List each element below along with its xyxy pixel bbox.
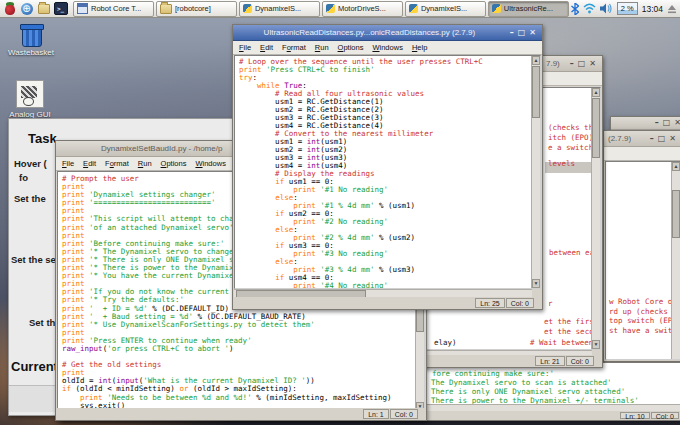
text-fragment: fo <box>19 172 28 183</box>
vertical-scrollbar[interactable]: ▲ <box>671 162 680 359</box>
window-icon <box>77 3 88 14</box>
text-fragment: rd up (checks t <box>609 307 677 316</box>
code-area[interactable]: # Loop over the sequence until the user … <box>239 58 530 289</box>
menu-run[interactable]: Run <box>138 159 152 168</box>
browser-launcher[interactable]: ⊕ <box>19 1 34 16</box>
editor-content[interactable]: # Loop over the sequence until the user … <box>234 55 541 289</box>
window-title: (2.7.9) <box>604 134 646 143</box>
code-line: print '* Use DynamixelScanForSettings.py… <box>62 321 414 329</box>
vertical-scrollbar[interactable]: ▲ ▼ <box>591 88 600 349</box>
text-fragment: fore continuing make sure:' <box>432 369 554 378</box>
volume-icon[interactable] <box>600 3 613 14</box>
taskbar-button-label: MotorDriveS... <box>338 4 386 13</box>
title-bar[interactable]: (2.7.9) – □ ✕ <box>604 131 680 147</box>
taskbar-button-label: UltrasonicRe... <box>504 4 553 13</box>
cpu-monitor[interactable]: 2 % <box>617 2 638 15</box>
file-manager-launcher[interactable] <box>36 1 51 16</box>
taskbar-window-buttons: Robot Core T...[robotcore]DynamixelS...M… <box>73 1 569 17</box>
line-indicator: Ln: 10 <box>620 412 649 419</box>
maximize-button[interactable]: □ <box>578 59 586 69</box>
window-ultrasonic-read-distances: UltrasonicReadDistances.py...onicReadDis… <box>232 24 543 310</box>
close-button[interactable]: ✕ <box>529 28 536 38</box>
menu-format[interactable]: Format <box>282 43 306 52</box>
minimize-button[interactable]: – <box>650 134 654 144</box>
raspberry-menu-icon <box>4 2 16 15</box>
scrollbar-thumb[interactable] <box>592 98 600 158</box>
taskbar-button-robot-core-t-[interactable]: Robot Core T... <box>73 1 154 17</box>
wastebasket-icon <box>19 24 43 46</box>
desktop-screen: ⊕ >_ Robot Core T...[robotcore]Dynamixel… <box>0 0 680 425</box>
wifi-icon[interactable] <box>583 3 596 14</box>
scroll-up-arrow[interactable]: ▲ <box>672 162 680 171</box>
desktop-icon-analog-gui[interactable]: Analog GUI <box>1 80 59 119</box>
menu-options[interactable]: Options <box>161 159 187 168</box>
minimize-button[interactable]: – <box>570 59 574 69</box>
text-fragment: levels <box>548 159 575 168</box>
code-line: print '#4 No reading' <box>239 282 530 289</box>
taskbar-button--robotcore-[interactable]: [robotcore] <box>156 1 237 17</box>
text-fragment: w Robot Core ob <box>609 297 677 306</box>
bluetooth-icon[interactable] <box>571 3 579 15</box>
text-fragment: Set the <box>14 193 46 204</box>
menu-windows[interactable]: Windows <box>372 43 402 52</box>
title-bar[interactable]: – □ ✕ <box>611 117 680 130</box>
minimize-button[interactable]: – <box>655 118 659 128</box>
menu-windows[interactable]: Windows <box>195 159 225 168</box>
close-button[interactable]: ✕ <box>674 118 680 128</box>
menu-edit[interactable]: Edit <box>83 159 96 168</box>
text-fragment: Set the ser <box>11 254 60 265</box>
vertical-scrollbar[interactable]: ▲ ▼ <box>531 56 540 288</box>
python-icon <box>326 4 335 13</box>
globe-icon: ⊕ <box>21 3 33 15</box>
maximize-button[interactable]: □ <box>518 28 526 38</box>
menu-options[interactable]: Options <box>338 43 364 52</box>
terminal-icon: >_ <box>54 2 68 15</box>
editor-content[interactable]: w Robot Core obrd up (checks ttop switch… <box>605 161 680 360</box>
status-bar: Ln: 25 Col: 0 <box>233 297 542 309</box>
menu-run[interactable]: Run <box>315 43 329 52</box>
taskbar-button-ultrasonicre-[interactable]: UltrasonicRe... <box>488 1 569 17</box>
menu-file[interactable]: File <box>62 159 74 168</box>
title-bar[interactable]: UltrasonicReadDistances.py...onicReadDis… <box>233 25 542 41</box>
maximize-button[interactable]: □ <box>658 134 666 144</box>
minimize-button[interactable]: – <box>510 28 514 38</box>
window-title: UltrasonicReadDistances.py...onicReadDis… <box>233 28 506 37</box>
scrollbar-thumb[interactable] <box>672 190 680 238</box>
taskbar-button-label: DynamixelS... <box>255 4 301 13</box>
taskbar-button-label: DynamixelS... <box>421 4 467 13</box>
text-fragment: et the seco <box>544 327 594 336</box>
scroll-up-arrow[interactable]: ▲ <box>532 56 540 65</box>
scroll-down-arrow[interactable]: ▼ <box>532 279 540 288</box>
scrollbar-thumb[interactable] <box>532 66 540 118</box>
menu-file[interactable]: File <box>239 43 251 52</box>
taskbar-button-motordrives-[interactable]: MotorDriveS... <box>322 1 403 17</box>
clock[interactable]: 13:04 <box>642 4 663 14</box>
code-line: raw_input('or press CTRL+C to abort ') <box>62 345 414 353</box>
scroll-down-arrow[interactable]: ▼ <box>592 340 600 349</box>
text-fragment: There is only ONE Dynamixel servo attach… <box>431 387 625 396</box>
terminal-launcher[interactable]: >_ <box>53 1 68 16</box>
window-editor-right: (2.7.9) – □ ✕ w Robot Core obrd up (chec… <box>603 130 680 362</box>
line-indicator: Ln: 25 <box>475 298 504 308</box>
menu-format[interactable]: Format <box>105 159 129 168</box>
text-fragment: The Dynamixel servo to scan is attached' <box>431 378 612 387</box>
maximize-button[interactable]: □ <box>663 118 671 128</box>
menu-help[interactable]: Help <box>412 43 427 52</box>
close-button[interactable]: ✕ <box>669 134 676 144</box>
column-indicator: Col: 0 <box>390 409 418 419</box>
close-button[interactable]: ✕ <box>589 59 596 69</box>
taskbar-button-dynamixels-[interactable]: DynamixelS... <box>405 1 486 17</box>
text-fragment: top switch (EPO <box>609 316 677 325</box>
eject-icon[interactable] <box>667 4 677 14</box>
taskbar-button-dynamixels-[interactable]: DynamixelS... <box>239 1 320 17</box>
code-line: # Get the old settings <box>62 361 414 369</box>
menu-edit[interactable]: Edit <box>260 43 273 52</box>
menu-launcher[interactable] <box>2 1 17 16</box>
text-fragment: et the firs <box>544 317 594 326</box>
python-icon <box>492 4 501 13</box>
text-fragment: between ea <box>549 248 594 257</box>
scroll-up-arrow[interactable]: ▲ <box>592 88 600 97</box>
text-fragment: Hover ( <box>14 158 47 169</box>
text-fragment: elay) <box>434 338 457 347</box>
desktop-icon-wastebasket[interactable]: Wastebasket <box>2 24 60 57</box>
